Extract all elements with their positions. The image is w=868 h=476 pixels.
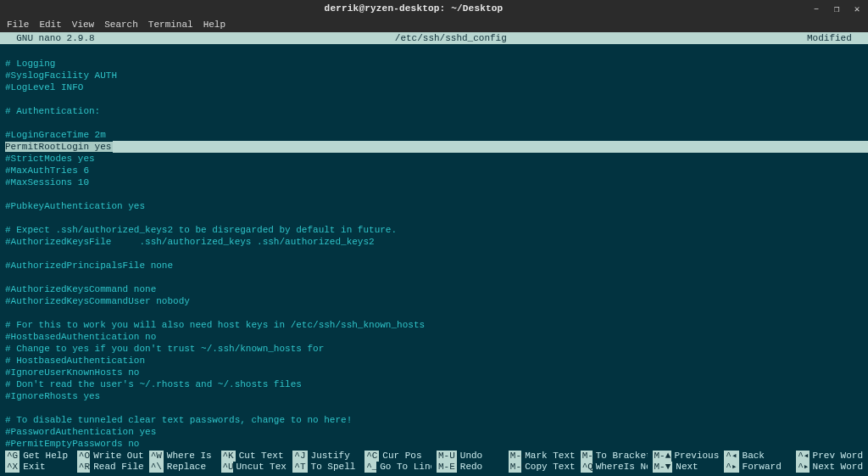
shortcut-item[interactable]: ^OWrite Out xyxy=(77,451,144,462)
editor-line: #StrictModes yes xyxy=(5,153,863,165)
shortcut-key: ^O xyxy=(77,451,90,462)
nano-filepath: /etc/ssh/sshd_config xyxy=(95,33,807,43)
terminal-window: derrik@ryzen-desktop: ~/Desktop – ❐ ✕ Fi… xyxy=(0,0,868,476)
shortcut-item[interactable]: ^JJustify xyxy=(292,451,359,462)
menu-terminal[interactable]: Terminal xyxy=(148,20,193,30)
shortcut-label: Get Help xyxy=(23,451,68,462)
shortcut-item[interactable]: M-▼Next xyxy=(653,462,720,473)
shortcut-label: Read File xyxy=(93,462,143,473)
editor-line: # Expect .ssh/authorized_keys2 to be dis… xyxy=(5,224,863,236)
editor-line xyxy=(5,402,863,414)
shortcut-label: WhereIs Next xyxy=(596,462,648,473)
editor-line: #AuthorizedKeysCommandUser nobody xyxy=(5,295,863,307)
shortcut-label: To Spell xyxy=(311,462,356,473)
editor-line: # To disable tunneled clear text passwor… xyxy=(5,414,863,426)
editor-line: #PubkeyAuthentication yes xyxy=(5,200,863,212)
maximize-icon[interactable]: ❐ xyxy=(831,3,843,14)
shortcut-label: Next xyxy=(676,462,698,473)
editor-line: #MaxSessions 10 xyxy=(5,176,863,188)
menu-help[interactable]: Help xyxy=(203,20,225,30)
editor-line: #HostbasedAuthentication no xyxy=(5,331,863,343)
close-icon[interactable]: ✕ xyxy=(851,3,863,14)
shortcut-item[interactable]: ^◂Prev Word xyxy=(796,451,863,462)
shortcut-label: Previous xyxy=(675,451,720,462)
shortcut-label: Undo xyxy=(460,451,482,462)
shortcut-key: ^C xyxy=(364,451,379,462)
shortcut-item[interactable]: M-ERedo xyxy=(437,462,504,473)
shortcut-label: Go To Line xyxy=(380,462,431,473)
shortcut-key: M-▲ xyxy=(653,451,671,462)
shortcut-label: Copy Text xyxy=(525,462,575,473)
shortcut-label: Back xyxy=(743,451,765,462)
editor-line: #SyslogFacility AUTH xyxy=(5,70,863,81)
shortcut-key: M-E xyxy=(437,462,457,473)
shortcut-bar: ^GGet Help^OWrite Out^WWhere Is^KCut Tex… xyxy=(0,451,868,476)
shortcut-item[interactable]: ^WWhere Is xyxy=(149,451,216,462)
shortcut-label: Cur Pos xyxy=(382,451,421,462)
menu-search[interactable]: Search xyxy=(104,20,138,30)
menu-file[interactable]: File xyxy=(7,20,29,30)
window-title: derrik@ryzen-desktop: ~/Desktop xyxy=(17,3,810,14)
shortcut-key: ^_ xyxy=(364,462,376,473)
shortcut-key: M-▼ xyxy=(653,462,673,473)
editor-line: #IgnoreUserKnownHosts no xyxy=(5,367,863,378)
shortcut-key: ^◂ xyxy=(724,451,738,462)
nano-status: Modified xyxy=(807,33,863,43)
shortcut-label: Uncut Text xyxy=(236,462,288,473)
editor-line xyxy=(5,272,863,283)
shortcut-item[interactable]: M-]To Bracket xyxy=(581,451,648,462)
shortcut-item[interactable]: ^▸Next Word xyxy=(796,462,863,473)
shortcut-label: To Bracket xyxy=(596,451,648,462)
editor-line: #AuthorizedKeysFile .ssh/authorized_keys… xyxy=(5,236,863,248)
shortcut-key: ^K xyxy=(221,451,236,462)
shortcut-item[interactable]: ^TTo Spell xyxy=(292,462,359,473)
shortcut-key: ^X xyxy=(5,462,19,473)
editor-area[interactable]: # Logging#SyslogFacility AUTH#LogLevel I… xyxy=(0,44,868,451)
menubar: File Edit View Search Terminal Help xyxy=(0,17,868,32)
editor-line: # HostbasedAuthentication xyxy=(5,355,863,367)
shortcut-key: M-] xyxy=(581,451,593,462)
shortcut-item[interactable]: ^KCut Text xyxy=(221,451,288,462)
shortcut-label: Forward xyxy=(743,462,782,473)
shortcut-key: ^▸ xyxy=(796,462,809,473)
shortcut-key: ^R xyxy=(77,462,90,473)
editor-line xyxy=(5,307,863,319)
shortcut-key: ^▸ xyxy=(724,462,738,473)
shortcut-item[interactable]: ^CCur Pos xyxy=(364,451,431,462)
menu-view[interactable]: View xyxy=(72,20,94,30)
editor-line: # Change to yes if you don't trust ~/.ss… xyxy=(5,343,863,355)
editor-line: #LoginGraceTime 2m xyxy=(5,129,863,141)
shortcut-label: Exit xyxy=(23,462,45,473)
editor-line: #PermitEmptyPasswords no xyxy=(5,438,863,450)
shortcut-item[interactable]: M-▲Previous xyxy=(653,451,720,462)
shortcut-item[interactable]: ^\Replace xyxy=(149,462,216,473)
shortcut-item[interactable]: ^QWhereIs Next xyxy=(581,462,648,473)
shortcut-item[interactable]: ^XExit xyxy=(5,462,72,473)
shortcut-item[interactable]: ^_Go To Line xyxy=(364,462,431,473)
shortcut-key: M-6 xyxy=(509,462,521,473)
menu-edit[interactable]: Edit xyxy=(39,20,61,30)
shortcut-key: ^T xyxy=(292,462,307,473)
shortcut-item[interactable]: ^▸Forward xyxy=(724,462,791,473)
shortcut-item[interactable]: M-UUndo xyxy=(437,451,504,462)
shortcut-label: Where Is xyxy=(167,451,212,462)
shortcut-key: M-U xyxy=(437,451,457,462)
nano-version: GNU nano 2.9.8 xyxy=(5,33,95,43)
shortcut-item[interactable]: M-6Copy Text xyxy=(509,462,576,473)
shortcut-label: Prev Word xyxy=(813,451,863,462)
shortcut-label: Cut Text xyxy=(239,451,284,462)
editor-line xyxy=(5,212,863,224)
minimize-icon[interactable]: – xyxy=(810,3,822,14)
shortcut-label: Next Word xyxy=(813,462,863,473)
shortcut-label: Replace xyxy=(167,462,206,473)
shortcut-key: ^◂ xyxy=(796,451,809,462)
shortcut-label: Justify xyxy=(311,451,350,462)
shortcut-item[interactable]: ^RRead File xyxy=(77,462,144,473)
shortcut-key: ^\ xyxy=(149,462,164,473)
shortcut-item[interactable]: ^GGet Help xyxy=(5,451,72,462)
editor-line-highlighted: PermitRootLogin yes xyxy=(5,141,863,153)
shortcut-item[interactable]: ^◂Back xyxy=(724,451,791,462)
shortcut-item[interactable]: M-AMark Text xyxy=(509,451,576,462)
shortcut-key: ^W xyxy=(149,451,164,462)
shortcut-item[interactable]: ^UUncut Text xyxy=(221,462,288,473)
